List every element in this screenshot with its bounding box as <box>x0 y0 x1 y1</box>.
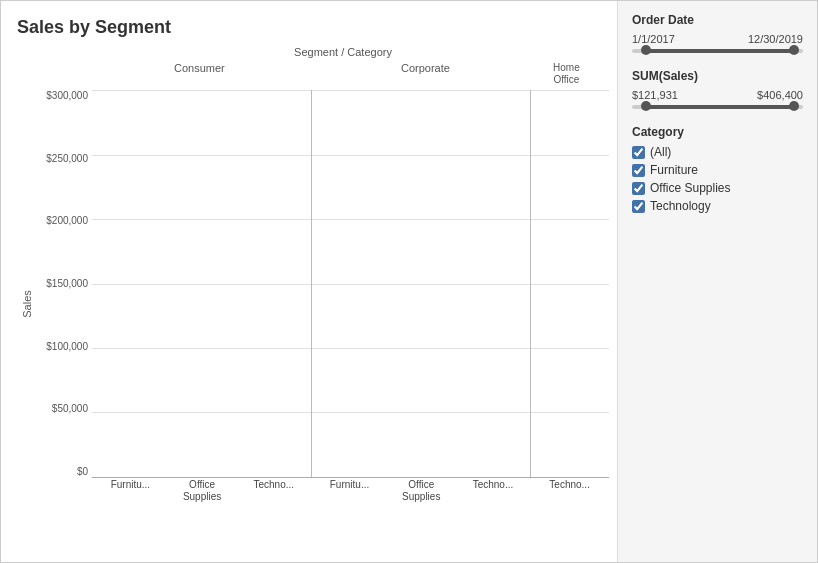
x-label-consumer-furniture: Furnitu... <box>96 479 165 503</box>
category-label-technology: Technology <box>650 199 711 213</box>
sum-sales-range: $121,931 $406,400 <box>632 89 803 101</box>
segment-labels-row: Consumer Corporate HomeOffice <box>77 62 609 90</box>
x-labels-consumer: Furnitu... OfficeSupplies Techno... <box>96 479 308 503</box>
sidebar: Order Date 1/1/2017 12/30/2019 SUM(Sales… <box>617 1 817 562</box>
category-checkbox-officesupplies[interactable] <box>632 182 645 195</box>
category-filter: Category (All) Furniture Office Supplies… <box>632 125 803 213</box>
order-date-range: 1/1/2017 12/30/2019 <box>632 33 803 45</box>
category-checkbox-furniture[interactable] <box>632 164 645 177</box>
y-tick-250k: $250,000 <box>46 153 88 164</box>
chart-area: Sales by Segment Segment / Category Cons… <box>1 1 617 562</box>
y-tick-300k: $300,000 <box>46 90 88 101</box>
x-label-corporate-furniture: Furnitu... <box>315 479 384 503</box>
y-axis-label-container: Sales <box>17 90 37 517</box>
divider-consumer-corporate <box>311 90 312 477</box>
category-checkbox-technology[interactable] <box>632 200 645 213</box>
y-tick-150k: $150,000 <box>46 278 88 289</box>
divider-corporate-homeoffice <box>530 90 531 477</box>
segment-label-homeoffice: HomeOffice <box>524 62 609 86</box>
category-item-officesupplies: Office Supplies <box>632 181 803 195</box>
y-tick-200k: $200,000 <box>46 215 88 226</box>
x-labels-corporate: Furnitu... OfficeSupplies Techno... <box>315 479 527 503</box>
sum-sales-slider[interactable] <box>632 105 803 109</box>
order-date-max: 12/30/2019 <box>748 33 803 45</box>
category-title: Category <box>632 125 803 139</box>
sum-sales-slider-fill <box>646 105 795 109</box>
y-tick-100k: $100,000 <box>46 341 88 352</box>
chart-x-top-label: Segment / Category <box>77 46 609 58</box>
sum-sales-max: $406,400 <box>757 89 803 101</box>
x-label-consumer-technology: Techno... <box>239 479 308 503</box>
segment-label-corporate: Corporate <box>332 62 518 74</box>
order-date-min: 1/1/2017 <box>632 33 675 45</box>
order-date-thumb-right[interactable] <box>789 45 799 55</box>
x-label-corporate-officesupplies: OfficeSupplies <box>387 479 456 503</box>
order-date-thumb-left[interactable] <box>641 45 651 55</box>
category-label-officesupplies: Office Supplies <box>650 181 731 195</box>
sum-sales-thumb-left[interactable] <box>641 101 651 111</box>
x-label-consumer-officesupplies: OfficeSupplies <box>168 479 237 503</box>
category-label-all: (All) <box>650 145 671 159</box>
order-date-slider[interactable] <box>632 49 803 53</box>
order-date-filter: Order Date 1/1/2017 12/30/2019 <box>632 13 803 53</box>
category-label-furniture: Furniture <box>650 163 698 177</box>
bars-area <box>92 90 609 477</box>
category-item-all: (All) <box>632 145 803 159</box>
category-item-furniture: Furniture <box>632 163 803 177</box>
sum-sales-title: SUM(Sales) <box>632 69 803 83</box>
y-tick-50k: $50,000 <box>52 403 88 414</box>
sum-sales-filter: SUM(Sales) $121,931 $406,400 <box>632 69 803 109</box>
order-date-title: Order Date <box>632 13 803 27</box>
x-axis-labels: Furnitu... OfficeSupplies Techno... Furn… <box>92 477 609 517</box>
chart-plot: Furnitu... OfficeSupplies Techno... Furn… <box>92 90 609 517</box>
y-axis-label: Sales <box>21 290 33 318</box>
segment-label-consumer: Consumer <box>77 62 322 74</box>
sum-sales-min: $121,931 <box>632 89 678 101</box>
chart-title: Sales by Segment <box>17 17 609 38</box>
y-ticks: $300,000 $250,000 $200,000 $150,000 $100… <box>37 90 92 517</box>
category-checkbox-group: (All) Furniture Office Supplies Technolo… <box>632 145 803 213</box>
x-label-homeoffice-technology: Techno... <box>534 479 605 491</box>
category-item-technology: Technology <box>632 199 803 213</box>
x-labels-homeoffice: Techno... <box>534 479 605 491</box>
x-label-corporate-technology: Techno... <box>459 479 528 503</box>
chart-main: Sales $300,000 $250,000 $200,000 $150,00… <box>17 90 609 517</box>
y-tick-0: $0 <box>77 466 88 477</box>
category-checkbox-all[interactable] <box>632 146 645 159</box>
order-date-slider-fill <box>646 49 795 53</box>
sum-sales-thumb-right[interactable] <box>789 101 799 111</box>
